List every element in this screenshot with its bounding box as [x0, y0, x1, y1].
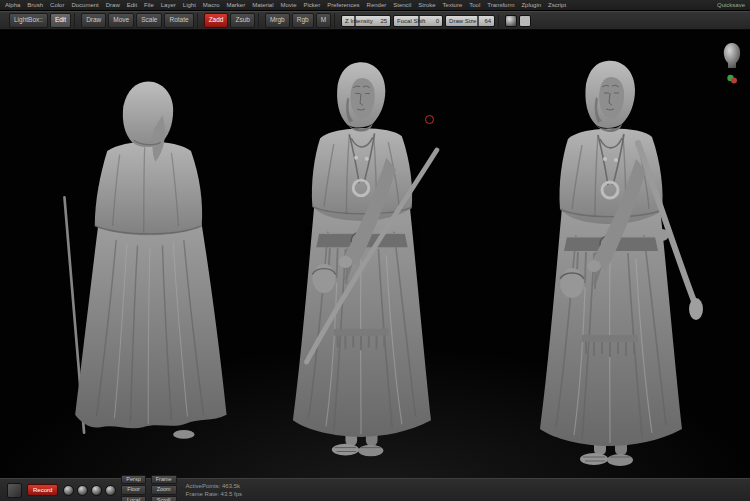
- mode-button[interactable]: Scale: [136, 13, 162, 28]
- slider-label: Focal Shift: [397, 18, 425, 24]
- view-toggle-button[interactable]: Floor: [121, 485, 145, 495]
- menu-item[interactable]: Marker: [226, 2, 245, 8]
- menu-item[interactable]: Zscript: [548, 2, 566, 8]
- brush-knob-icon[interactable]: [63, 485, 74, 496]
- nav-toggle-button[interactable]: Scroll: [151, 496, 177, 501]
- slider-label: Draw Size: [449, 18, 476, 24]
- menu-item[interactable]: Render: [367, 2, 387, 8]
- slider-label: Z Intensity: [345, 18, 373, 24]
- menu-item[interactable]: File: [144, 2, 154, 8]
- menu-item[interactable]: Layer: [161, 2, 176, 8]
- menu-item[interactable]: Color: [50, 2, 64, 8]
- stat-line: Frame Rate: 43.5 fps: [186, 491, 242, 498]
- menu-item[interactable]: Document: [71, 2, 98, 8]
- brush-knob-icon[interactable]: [105, 485, 116, 496]
- edit-button[interactable]: Edit: [50, 13, 71, 28]
- zsub-button[interactable]: Zsub: [230, 13, 254, 28]
- menu-item[interactable]: Material: [252, 2, 273, 8]
- menu-item[interactable]: Alpha: [5, 2, 20, 8]
- slider-value: 64: [484, 18, 491, 24]
- nav-toggle-button[interactable]: Zoom: [151, 485, 177, 495]
- sculpt-figure-front-view[interactable]: [505, 39, 715, 479]
- mode-button[interactable]: Move: [108, 13, 134, 28]
- menu-item[interactable]: Transform: [487, 2, 514, 8]
- view-toggle-stack: PerspFloorLocal: [121, 475, 145, 501]
- menu-right-items: Quicksave: [717, 2, 745, 8]
- brush-cursor-ring: [425, 115, 434, 124]
- menu-item[interactable]: Edit: [127, 2, 137, 8]
- mode-buttons: DrawMoveScaleRotate: [78, 13, 198, 28]
- top-shelf: LightBox:: Edit DrawMoveScaleRotate Zadd…: [0, 11, 750, 30]
- slider-value: 25: [380, 18, 387, 24]
- focal-shift-slider[interactable]: Focal Shift0: [393, 15, 443, 27]
- mode-button[interactable]: Rotate: [164, 13, 193, 28]
- menu-item[interactable]: Preferences: [327, 2, 359, 8]
- menu-item[interactable]: Brush: [27, 2, 43, 8]
- menu-item[interactable]: Macro: [203, 2, 220, 8]
- mode-button[interactable]: Draw: [81, 13, 106, 28]
- paint-buttons: MrgbRgbM: [262, 13, 335, 28]
- paint-mode-button[interactable]: M: [316, 13, 331, 28]
- lightbox-button[interactable]: LightBox::: [9, 13, 48, 28]
- brush-thumb-icon[interactable]: [7, 483, 22, 498]
- sculpt-figure-side-view[interactable]: [262, 41, 460, 469]
- tool-head-icon: [720, 41, 744, 71]
- menu-item[interactable]: Light: [183, 2, 196, 8]
- record-button[interactable]: Record: [27, 484, 58, 496]
- menu-item-right[interactable]: Quicksave: [717, 2, 745, 8]
- draw-size-slider[interactable]: Draw Size64: [445, 15, 495, 27]
- z-intensity-slider[interactable]: Z Intensity25: [341, 15, 391, 27]
- brush-knob-icon[interactable]: [91, 485, 102, 496]
- menu-item[interactable]: Texture: [443, 2, 463, 8]
- hand: [655, 229, 669, 241]
- menu-item[interactable]: Tool: [469, 2, 480, 8]
- color-swatch[interactable]: [519, 15, 531, 27]
- menu-item[interactable]: Movie: [281, 2, 297, 8]
- staff-knob: [689, 298, 703, 320]
- view-toggle-button[interactable]: Local: [121, 496, 145, 501]
- menu-item[interactable]: Zplugin: [521, 2, 541, 8]
- menu-item[interactable]: Stroke: [418, 2, 435, 8]
- zbrush-window: AlphaBrushColorDocumentDrawEditFileLayer…: [0, 0, 750, 501]
- viewport-canvas[interactable]: [0, 31, 750, 478]
- sculpt-figure-back-view[interactable]: [52, 45, 248, 471]
- slider-value: 0: [436, 18, 439, 24]
- scene-stats: ActivePoints: 463.5kFrame Rate: 43.5 fps: [186, 483, 242, 497]
- menu-bar: AlphaBrushColorDocumentDrawEditFileLayer…: [0, 0, 750, 11]
- bottom-shelf: Record PerspFloorLocal FrameZoomScroll A…: [0, 478, 750, 501]
- polypaint-head-icon: [726, 73, 738, 85]
- material-swatch[interactable]: [505, 15, 517, 27]
- brush-knobs: [63, 485, 116, 496]
- current-tool-preview[interactable]: [718, 41, 746, 85]
- menu-item[interactable]: Picker: [304, 2, 321, 8]
- menu-item[interactable]: Draw: [106, 2, 120, 8]
- menu-items: AlphaBrushColorDocumentDrawEditFileLayer…: [5, 2, 717, 8]
- hand: [339, 256, 353, 268]
- view-toggle-button[interactable]: Persp: [121, 475, 145, 485]
- zadd-button[interactable]: Zadd: [204, 13, 229, 28]
- stat-line: ActivePoints: 463.5k: [186, 483, 242, 490]
- paint-mode-button[interactable]: Rgb: [292, 13, 314, 28]
- menu-item[interactable]: Stencil: [393, 2, 411, 8]
- brush-knob-icon[interactable]: [77, 485, 88, 496]
- nav-toggle-button[interactable]: Frame: [151, 475, 177, 485]
- paint-mode-button[interactable]: Mrgb: [265, 13, 290, 28]
- nav-toggle-stack: FrameZoomScroll: [151, 475, 177, 501]
